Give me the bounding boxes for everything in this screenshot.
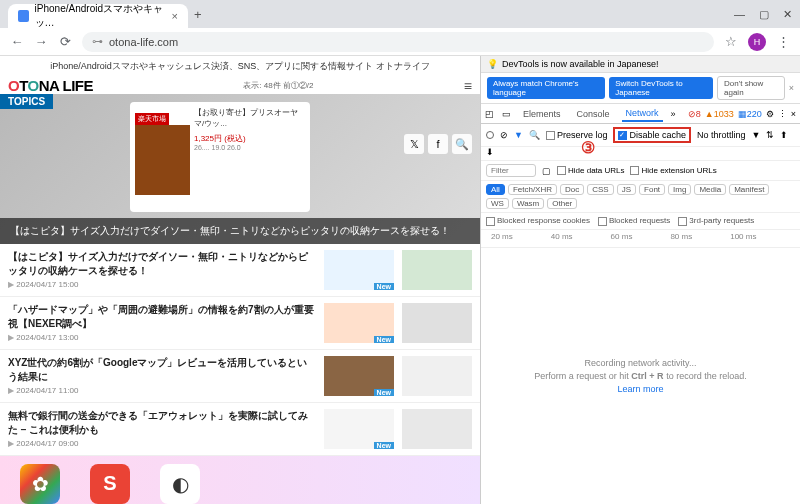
- throttling-chevron-icon[interactable]: ▼: [752, 130, 761, 140]
- browser-tab[interactable]: iPhone/Androidスマホやキャッ… ×: [8, 4, 188, 28]
- hero-carousel[interactable]: TOPICS 楽天市場 【お取り寄せ】プリスオーヤマ/ウッ... 1,325円 …: [0, 94, 480, 244]
- disable-cache-highlight: Disable cache: [613, 127, 691, 143]
- tab-favicon: [18, 10, 29, 22]
- close-infobar-icon[interactable]: ×: [789, 83, 794, 93]
- devtools-lang-bar: Always match Chrome's language Switch De…: [481, 73, 800, 104]
- chip-font[interactable]: Font: [639, 184, 665, 195]
- tab-network[interactable]: Network: [622, 106, 663, 122]
- device-toggle-icon[interactable]: ▭: [502, 109, 511, 119]
- network-timeline[interactable]: 20 ms 40 ms 60 ms 80 ms 100 ms: [481, 230, 800, 248]
- export-har-icon[interactable]: ⬇: [486, 147, 494, 157]
- chip-other[interactable]: Other: [547, 198, 577, 209]
- chip-ws[interactable]: WS: [486, 198, 509, 209]
- blocked-requests-checkbox[interactable]: Blocked requests: [598, 216, 670, 225]
- twitter-icon[interactable]: 𝕏: [404, 134, 424, 154]
- browser-tab-strip: iPhone/Androidスマホやキャッ… × + — ▢ ✕: [0, 0, 800, 28]
- site-description: iPhone/Androidスマホやキャッシュレス決済、SNS、アプリに関する情…: [0, 56, 480, 77]
- article-thumbnail: New: [324, 356, 394, 396]
- article-row[interactable]: XYZ世代の約6割が「Googleマップ」レビューを活用しているという結果に 2…: [0, 350, 480, 403]
- hide-data-urls-checkbox[interactable]: Hide data URLs: [557, 166, 624, 175]
- chip-media[interactable]: Media: [694, 184, 726, 195]
- search-icon[interactable]: 🔍: [452, 134, 472, 154]
- record-button[interactable]: [486, 131, 494, 139]
- chip-all[interactable]: All: [486, 184, 505, 195]
- chrome-menu-icon[interactable]: ⋮: [776, 35, 790, 49]
- inspect-icon[interactable]: ◰: [485, 109, 494, 119]
- invert-icon[interactable]: ▢: [542, 166, 551, 176]
- settings-gear-icon[interactable]: ⚙: [766, 109, 774, 119]
- tab-console[interactable]: Console: [573, 107, 614, 121]
- blocked-response-checkbox[interactable]: Blocked response cookies: [486, 216, 590, 225]
- photos-app-icon[interactable]: ✿: [20, 464, 60, 504]
- hide-extension-urls-checkbox[interactable]: Hide extension URLs: [630, 166, 716, 175]
- close-window-icon[interactable]: ✕: [783, 8, 792, 21]
- warning-count[interactable]: ▲1033: [705, 109, 734, 119]
- timeline-tick: 20 ms: [491, 232, 551, 245]
- search-network-icon[interactable]: 🔍: [529, 130, 540, 140]
- close-tab-icon[interactable]: ×: [172, 10, 178, 22]
- reload-button[interactable]: ⟳: [58, 35, 72, 49]
- empty-subtitle: Perform a request or hit Ctrl + R to rec…: [534, 371, 746, 381]
- network-conditions-icon[interactable]: ⇅: [766, 130, 774, 140]
- hamburger-menu-icon[interactable]: ≡: [464, 78, 472, 94]
- dont-show-button[interactable]: Don't show again: [717, 76, 785, 100]
- article-row[interactable]: 「ハザードマップ」や「周囲の避難場所」の情報を約7割の人が重要視【NEXER調べ…: [0, 297, 480, 350]
- close-devtools-icon[interactable]: ×: [791, 109, 796, 119]
- disable-cache-checkbox[interactable]: Disable cache: [618, 130, 686, 140]
- chip-js[interactable]: JS: [617, 184, 636, 195]
- back-button[interactable]: ←: [10, 35, 24, 49]
- devtools-menu-icon[interactable]: ⋮: [778, 109, 787, 119]
- chip-fetch[interactable]: Fetch/XHR: [508, 184, 557, 195]
- forward-button[interactable]: →: [34, 35, 48, 49]
- app-icon-s[interactable]: S: [90, 464, 130, 504]
- maximize-icon[interactable]: ▢: [759, 8, 769, 21]
- article-row[interactable]: 【はこピタ】サイズ入力だけでダイソー・無印・ニトリなどからピッタリの収納ケースを…: [0, 244, 480, 297]
- new-badge: New: [374, 389, 394, 396]
- bookmark-icon[interactable]: ☆: [724, 35, 738, 49]
- filter-icon[interactable]: ▼: [514, 130, 523, 140]
- learn-more-link[interactable]: Learn more: [617, 384, 663, 394]
- info-count[interactable]: ▦220: [738, 109, 762, 119]
- address-input[interactable]: ⊶ otona-life.com: [82, 32, 714, 52]
- site-logo[interactable]: OTONA LIFE: [8, 77, 93, 94]
- preserve-log-checkbox[interactable]: Preserve log: [546, 130, 608, 140]
- clear-button[interactable]: ⊘: [500, 130, 508, 140]
- article-title: 【はこピタ】サイズ入力だけでダイソー・無印・ニトリなどからピッタリの収納ケースを…: [8, 250, 316, 278]
- profile-avatar[interactable]: H: [748, 33, 766, 51]
- article-date: 2024/04/17 13:00: [8, 333, 316, 342]
- error-count[interactable]: ⊘8: [688, 109, 701, 119]
- article-thumbnail-alt: [402, 409, 472, 449]
- chip-img[interactable]: Img: [668, 184, 691, 195]
- always-match-button[interactable]: Always match Chrome's language: [487, 77, 605, 99]
- minimize-icon[interactable]: —: [734, 8, 745, 21]
- switch-language-button[interactable]: Switch DevTools to Japanese: [609, 77, 713, 99]
- import-har-icon[interactable]: ⬆: [780, 130, 788, 140]
- window-controls: — ▢ ✕: [734, 8, 792, 21]
- chip-wasm[interactable]: Wasm: [512, 198, 544, 209]
- blocked-row: Blocked response cookies Blocked request…: [481, 213, 800, 229]
- product-card[interactable]: 楽天市場 【お取り寄せ】プリスオーヤマ/ウッ... 1,325円 (税込) 26…: [130, 102, 310, 212]
- app-dock: ✿ S ◐: [0, 456, 480, 504]
- article-date: 2024/04/17 11:00: [8, 386, 316, 395]
- article-thumbnail: New: [324, 250, 394, 290]
- throttling-select[interactable]: No throttling: [697, 130, 746, 140]
- site-info-icon[interactable]: ⊶: [92, 35, 103, 48]
- url-bar: ← → ⟳ ⊶ otona-life.com ☆ H ⋮: [0, 28, 800, 56]
- chip-doc[interactable]: Doc: [560, 184, 584, 195]
- page-content: iPhone/Androidスマホやキャッシュレス決済、SNS、アプリに関する情…: [0, 56, 480, 504]
- lightbulb-icon: 💡: [487, 59, 498, 69]
- filter-input[interactable]: [486, 164, 536, 177]
- tab-elements[interactable]: Elements: [519, 107, 565, 121]
- article-row[interactable]: 無料で銀行間の送金ができる「エアウォレット」を実際に試してみた − これは便利か…: [0, 403, 480, 456]
- chip-css[interactable]: CSS: [587, 184, 613, 195]
- filter-row: ▢ Hide data URLs Hide extension URLs: [481, 161, 800, 181]
- hero-title[interactable]: 【はこピタ】サイズ入力だけでダイソー・無印・ニトリなどからピッタリの収納ケースを…: [0, 218, 480, 244]
- app-icon[interactable]: ◐: [160, 464, 200, 504]
- timeline-tick: 60 ms: [611, 232, 671, 245]
- facebook-icon[interactable]: f: [428, 134, 448, 154]
- more-tabs-icon[interactable]: »: [671, 109, 676, 119]
- devtools-info-bar: 💡 DevTools is now available in Japanese!: [481, 56, 800, 73]
- chip-manifest[interactable]: Manifest: [729, 184, 769, 195]
- new-tab-button[interactable]: +: [194, 7, 202, 22]
- third-party-checkbox[interactable]: 3rd-party requests: [678, 216, 754, 225]
